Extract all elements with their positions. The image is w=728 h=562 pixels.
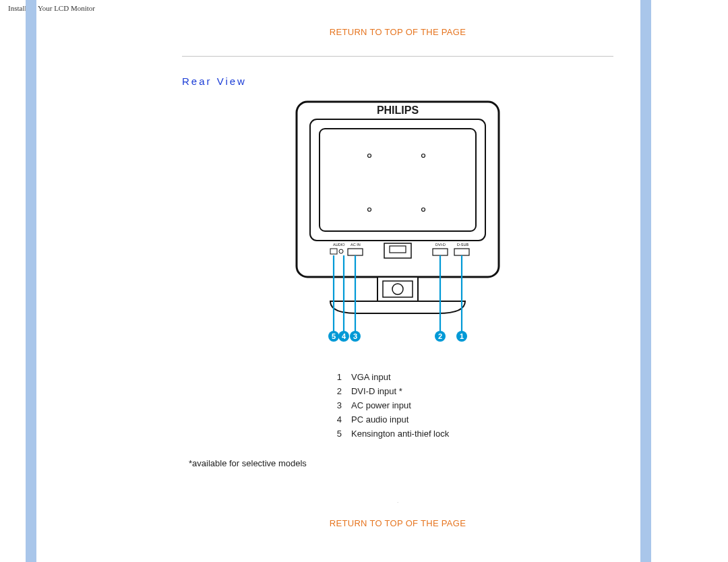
table-row: 1VGA input — [337, 370, 459, 384]
svg-rect-9 — [348, 249, 363, 255]
svg-rect-11 — [390, 246, 406, 253]
callout-1: 1 — [456, 331, 467, 342]
svg-text:3: 3 — [353, 332, 357, 340]
return-top-link-bottom[interactable]: RETURN TO TOP OF THE PAGE — [182, 518, 613, 528]
svg-text:4: 4 — [342, 332, 346, 340]
svg-point-8 — [339, 249, 343, 253]
divider — [182, 56, 613, 57]
svg-point-16 — [392, 284, 403, 294]
table-row: 5Kensington anti-thief lock — [337, 427, 459, 441]
rear-view-diagram: PHILIPS AUDIO AC IN DVI-D D-SUB — [182, 99, 613, 355]
main-content: RETURN TO TOP OF THE PAGE Rear View PHIL… — [182, 27, 613, 528]
callout-2: 2 — [435, 331, 446, 342]
section-title: Rear View — [182, 75, 613, 87]
footnote: *available for selective models — [189, 458, 613, 468]
svg-rect-12 — [433, 249, 448, 255]
monitor-rear-svg: PHILIPS AUDIO AC IN DVI-D D-SUB — [290, 99, 506, 355]
callout-5: 5 — [328, 331, 339, 342]
callout-3: 3 — [350, 331, 361, 342]
svg-text:2: 2 — [438, 332, 442, 340]
decorative-right-bar — [640, 0, 651, 562]
svg-text:1: 1 — [460, 332, 464, 340]
return-top-link[interactable]: RETURN TO TOP OF THE PAGE — [182, 27, 613, 37]
legend-table: 1VGA input 2DVI-D input * 3AC power inpu… — [337, 370, 459, 441]
table-row: 3AC power input — [337, 398, 459, 412]
svg-rect-7 — [330, 249, 337, 254]
decorative-dot: . — [182, 499, 613, 503]
callout-4: 4 — [338, 331, 349, 342]
port-label-dvi: DVI-D — [435, 243, 446, 247]
port-label-dsub: D-SUB — [457, 243, 468, 247]
svg-rect-2 — [320, 129, 476, 231]
table-row: 2DVI-D input * — [337, 384, 459, 398]
decorative-left-bar — [26, 0, 36, 562]
brand-label: PHILIPS — [377, 104, 419, 116]
port-label-acin: AC IN — [351, 243, 361, 247]
svg-text:5: 5 — [332, 332, 336, 340]
port-label-audio: AUDIO — [333, 243, 345, 247]
page-header-title: Installing Your LCD Monitor — [8, 4, 95, 12]
svg-rect-13 — [454, 249, 469, 255]
table-row: 4PC audio input — [337, 412, 459, 427]
